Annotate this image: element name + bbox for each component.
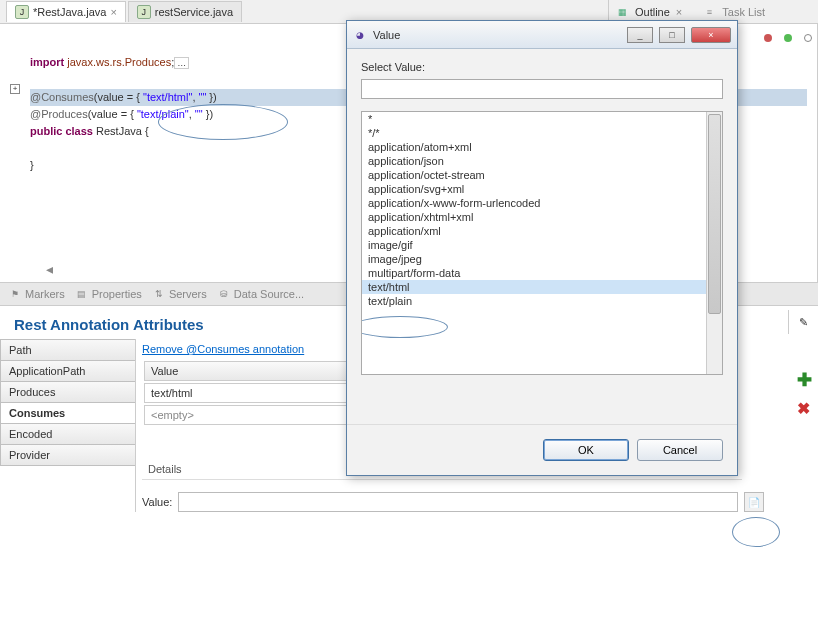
list-item[interactable]: image/gif <box>362 238 722 252</box>
dock-properties[interactable]: ▤Properties <box>75 287 142 301</box>
java-file-icon: J <box>15 5 29 19</box>
select-value-label: Select Value: <box>361 61 723 73</box>
minimize-button[interactable]: _ <box>627 27 653 43</box>
scrollbar[interactable] <box>706 112 722 374</box>
list-item[interactable]: application/octet-stream <box>362 168 722 182</box>
add-icon[interactable]: ✚ <box>797 369 812 391</box>
side-tabs: Path ApplicationPath Produces Consumes E… <box>0 339 135 512</box>
ok-button[interactable]: OK <box>543 439 629 461</box>
eclipse-icon: ◕ <box>353 28 367 42</box>
editor-tab-restservice[interactable]: J restService.java <box>128 1 242 22</box>
value-list[interactable]: **/*application/atom+xmlapplication/json… <box>361 111 723 375</box>
list-item[interactable]: text/plain <box>362 294 722 308</box>
close-button[interactable]: × <box>691 27 731 43</box>
list-item[interactable]: application/atom+xml <box>362 140 722 154</box>
fold-toggle-icon[interactable]: + <box>10 84 20 94</box>
browse-value-button[interactable]: 📄 <box>744 492 764 512</box>
dialog-title: Value <box>373 29 400 41</box>
side-tab-provider[interactable]: Provider <box>0 444 135 466</box>
hand-drawn-ellipse <box>361 316 448 338</box>
dot-icon <box>804 34 812 42</box>
list-item[interactable]: image/jpeg <box>362 252 722 266</box>
tasklist-tab[interactable]: Task List <box>722 6 765 18</box>
edit-annotation-icon[interactable]: ✎ <box>788 310 818 334</box>
scroll-left-icon[interactable]: ◂ <box>46 261 53 278</box>
outline-icon: ▦ <box>615 5 629 19</box>
outline-tab[interactable]: Outline <box>635 6 670 18</box>
list-item[interactable]: application/json <box>362 154 722 168</box>
tab-label: restService.java <box>155 6 233 18</box>
dialog-titlebar[interactable]: ◕ Value _ □ × <box>347 21 737 49</box>
filter-input[interactable] <box>361 79 723 99</box>
side-tab-path[interactable]: Path <box>0 339 135 361</box>
list-item[interactable]: * <box>362 112 722 126</box>
list-item[interactable]: application/svg+xml <box>362 182 722 196</box>
side-tab-encoded[interactable]: Encoded <box>0 423 135 445</box>
outline-toolbar <box>764 34 812 42</box>
tab-label: *RestJava.java <box>33 6 106 18</box>
dock-datasource[interactable]: ⛁Data Source... <box>217 287 304 301</box>
dock-servers[interactable]: ⇅Servers <box>152 287 207 301</box>
dot-icon <box>784 34 792 42</box>
value-input[interactable] <box>178 492 738 512</box>
list-item[interactable]: application/x-www-form-urlencoded <box>362 196 722 210</box>
java-file-icon: J <box>137 5 151 19</box>
remove-icon[interactable]: ✖ <box>797 399 812 418</box>
dock-markers[interactable]: ⚑Markers <box>8 287 65 301</box>
tasklist-icon: ≡ <box>702 5 716 19</box>
side-tab-consumes[interactable]: Consumes <box>0 402 135 424</box>
tab-close-icon[interactable]: × <box>110 6 116 18</box>
list-item[interactable]: */* <box>362 126 722 140</box>
tab-close-icon[interactable]: × <box>676 6 682 18</box>
scrollbar-thumb[interactable] <box>708 114 721 314</box>
cancel-button[interactable]: Cancel <box>637 439 723 461</box>
remove-annotation-link[interactable]: Remove @Consumes annotation <box>136 339 310 359</box>
markers-icon: ⚑ <box>8 287 22 301</box>
editor-tab-restjava[interactable]: J *RestJava.java × <box>6 1 126 22</box>
list-item[interactable]: application/xml <box>362 224 722 238</box>
hand-drawn-ellipse <box>732 517 780 547</box>
maximize-button[interactable]: □ <box>659 27 685 43</box>
properties-icon: ▤ <box>75 287 89 301</box>
datasource-icon: ⛁ <box>217 287 231 301</box>
dot-icon <box>764 34 772 42</box>
value-label: Value: <box>142 496 172 508</box>
list-item[interactable]: text/html <box>362 280 722 294</box>
list-item[interactable]: multipart/form-data <box>362 266 722 280</box>
value-dialog: ◕ Value _ □ × Select Value: **/*applicat… <box>346 20 738 476</box>
side-tab-produces[interactable]: Produces <box>0 381 135 403</box>
servers-icon: ⇅ <box>152 287 166 301</box>
list-item[interactable]: application/xhtml+xml <box>362 210 722 224</box>
side-tab-applicationpath[interactable]: ApplicationPath <box>0 360 135 382</box>
